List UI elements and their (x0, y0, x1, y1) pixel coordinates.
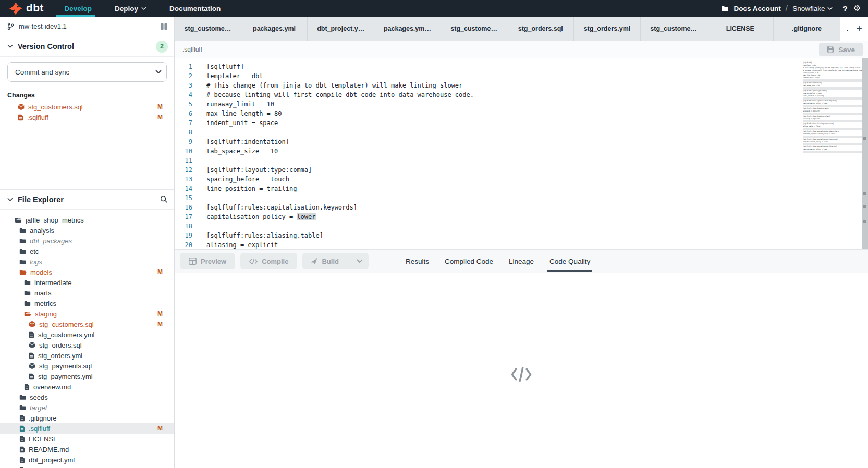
compile-button[interactable]: Compile (240, 253, 297, 269)
scrollbar-marker (863, 137, 866, 140)
code-line[interactable]: 6max_line_length = 80 (175, 109, 868, 118)
new-tab-button[interactable]: + (853, 22, 865, 35)
tree-item-label: analysis (30, 227, 54, 235)
editor-tab-1[interactable]: packages.yml (241, 17, 308, 41)
code-line[interactable]: 19[sqlfluff:rules:aliasing.table] (175, 231, 868, 240)
tree-item-jaffle-shop-metrics[interactable]: jaffle_shop_metrics (0, 215, 174, 225)
tab-code-quality[interactable]: Code Quality (542, 249, 598, 273)
code-line[interactable]: 14line_position = trailing (175, 184, 868, 193)
search-icon[interactable] (160, 195, 168, 203)
tree-item-stg-customers-yml[interactable]: stg_customers.yml (0, 329, 174, 340)
tree-item-intermediate[interactable]: intermediate (0, 277, 174, 288)
code-line[interactable]: 16[sqlfluff:rules:capitalisation.keyword… (175, 203, 868, 212)
nav-deploy[interactable]: Deploy (113, 0, 149, 17)
build-options-chevron[interactable] (351, 253, 369, 269)
version-control-header[interactable]: Version Control 2 (0, 36, 174, 57)
git-branch-row[interactable]: mw-test-idev1.1 (0, 17, 174, 36)
tree-item-dbt-project-yml[interactable]: dbt_project.yml (0, 454, 174, 465)
tab-results[interactable]: Results (398, 249, 437, 273)
editor-tab-8[interactable]: LICENSE (707, 17, 774, 41)
editor-tab-0[interactable]: stg_custome… (175, 17, 241, 41)
code-line[interactable]: 13spacing_before = touch (175, 175, 868, 184)
tree-item-packages-yml[interactable]: packages.yml (0, 465, 174, 468)
tree-item-etc[interactable]: etc (0, 246, 174, 256)
editor-tab-4[interactable]: stg_custome… (441, 17, 508, 41)
change-item[interactable]: stg_customers.sqlM (0, 102, 174, 112)
cube-icon (18, 103, 25, 110)
tree-item-logs[interactable]: logs (0, 256, 174, 267)
tab-compiled-code[interactable]: Compiled Code (437, 249, 501, 273)
tree-item-stg-orders-sql[interactable]: stg_orders.sql (0, 340, 174, 350)
modified-badge: M (157, 114, 163, 121)
line-number: 7 (175, 118, 192, 128)
tree-item-models[interactable]: modelsM (0, 267, 174, 277)
commit-and-sync-button[interactable]: Commit and sync (7, 62, 167, 82)
save-button[interactable]: Save (819, 43, 863, 56)
minimap[interactable]: [sqlfluff]templater = dbt# This change (… (803, 61, 862, 153)
nav-develop[interactable]: Develop (63, 0, 94, 17)
tree-item-stg-orders-yml[interactable]: stg_orders.yml (0, 350, 174, 361)
code-line[interactable]: 3# This change (from jinja to dbt templa… (175, 81, 868, 90)
code-line[interactable]: 9[sqlfluff:indentation] (175, 137, 868, 146)
nav-documentation[interactable]: Documentation (167, 0, 223, 17)
code-line[interactable]: 17capitalisation_policy = lower (175, 212, 868, 221)
tree-item-target[interactable]: target (0, 402, 174, 413)
editor-scrollbar[interactable] (862, 58, 868, 249)
file-icon (29, 373, 34, 380)
docs-panel-icon[interactable] (160, 23, 168, 30)
dbt-logo[interactable]: dbt (9, 0, 44, 17)
code-line[interactable]: 7indent_unit = space (175, 118, 868, 128)
tree-item-analysis[interactable]: analysis (0, 225, 174, 236)
tree-item--sqlfluff[interactable]: .sqlfluffM (0, 423, 174, 434)
code-line[interactable]: 1[sqlfluff] (175, 62, 868, 71)
tree-item-stg-payments-yml[interactable]: stg_payments.yml (0, 371, 174, 381)
code-line[interactable]: 11 (175, 156, 868, 165)
editor-tab-9[interactable]: .gitignore (774, 17, 840, 41)
tree-item-label: stg_payments.yml (38, 373, 93, 380)
line-number: 20 (175, 240, 192, 249)
code-line[interactable]: 20aliasing = explicit (175, 240, 868, 249)
help-icon[interactable]: ? (842, 4, 847, 13)
editor-tab-2[interactable]: dbt_project.y… (308, 17, 374, 41)
code-line[interactable]: 12[sqlfluff:layout:type:comma] (175, 165, 868, 175)
build-button[interactable]: Build (302, 253, 369, 269)
top-bar: dbt DevelopDeployDocumentation Docs Acco… (0, 0, 868, 17)
tree-item-metrics[interactable]: metrics (0, 298, 174, 309)
account-name[interactable]: Docs Account (733, 5, 780, 13)
tree-item--gitignore[interactable]: .gitignore (0, 413, 174, 423)
code-line[interactable]: 5runaway_limit = 10 (175, 100, 868, 109)
editor-tab-7[interactable]: stg_custome… (641, 17, 707, 41)
tree-item-staging[interactable]: stagingM (0, 309, 174, 319)
tree-item-license[interactable]: LICENSE (0, 434, 174, 444)
chevron-down-icon (7, 44, 13, 48)
tree-item-overview-md[interactable]: overview.md (0, 381, 174, 392)
editor-tab-6[interactable]: stg_orders.yml (574, 17, 641, 41)
editor-tab-3[interactable]: packages.ym… (374, 17, 441, 41)
tree-item-readme-md[interactable]: README.md (0, 444, 174, 454)
code-line[interactable]: 18 (175, 221, 868, 231)
tree-item-stg-payments-sql[interactable]: stg_payments.sql (0, 361, 174, 371)
code-text: runaway_limit = 10 (206, 100, 274, 109)
code-line[interactable]: 2templater = dbt (175, 71, 868, 81)
tab-lineage[interactable]: Lineage (501, 249, 542, 273)
code-line[interactable]: 4# because linting will first compile db… (175, 90, 868, 100)
code-line[interactable]: 8 (175, 128, 868, 137)
editor-tab-5[interactable]: stg_orders.sql (507, 17, 574, 41)
change-item[interactable]: .sqlfluffM (0, 112, 174, 122)
tree-item-dbt-packages[interactable]: dbt_packages (0, 236, 174, 246)
code-line[interactable]: 10tab_space_size = 10 (175, 146, 868, 156)
code-text: tab_space_size = 10 (206, 146, 278, 156)
commit-button-label: Commit and sync (8, 63, 150, 81)
tree-item-stg-customers-sql[interactable]: stg_customers.sqlM (0, 319, 174, 329)
tree-item-label: stg_customers.yml (38, 331, 94, 339)
connection-selector[interactable]: Snowflake (792, 5, 833, 13)
tree-item-marts[interactable]: marts (0, 288, 174, 298)
settings-gear-icon[interactable]: ⚙ (853, 4, 861, 13)
tree-item-seeds[interactable]: seeds (0, 392, 174, 402)
preview-button[interactable]: Preview (180, 253, 235, 269)
line-number: 4 (175, 90, 192, 100)
file-explorer-header[interactable]: File Explorer (0, 189, 174, 210)
active-tab-partial[interactable]: . (840, 25, 848, 32)
code-line[interactable]: 15 (175, 193, 868, 203)
commit-options-chevron[interactable] (150, 63, 166, 81)
